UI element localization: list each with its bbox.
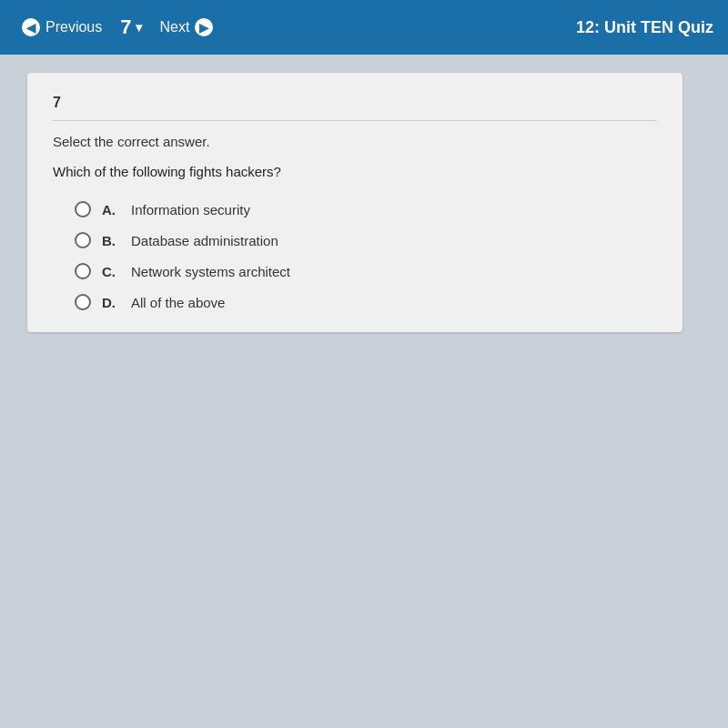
previous-label: Previous [46, 19, 102, 35]
option-b-text: Database administration [131, 233, 278, 248]
previous-button[interactable]: ◀ Previous [15, 13, 109, 42]
quiz-title: 12: Unit TEN Quiz [576, 18, 713, 37]
option-b[interactable]: B. Database administration [75, 232, 657, 248]
next-icon: ▶ [195, 18, 213, 36]
chevron-down-icon: ▾ [136, 20, 142, 35]
option-a[interactable]: A. Information security [75, 201, 657, 217]
option-b-label: B. [102, 233, 120, 248]
question-number-selector[interactable]: 7 ▾ [120, 15, 141, 39]
option-d-label: D. [102, 295, 120, 310]
answer-options: A. Information security B. Database admi… [53, 201, 657, 310]
next-label: Next [160, 19, 190, 35]
next-button[interactable]: Next ▶ [153, 13, 221, 42]
previous-icon: ◀ [22, 18, 40, 36]
question-instruction: Select the correct answer. [53, 134, 657, 149]
current-question-number: 7 [120, 15, 131, 39]
option-a-text: Information security [131, 202, 250, 217]
radio-d[interactable] [75, 294, 91, 310]
option-c-text: Network systems architect [131, 264, 290, 279]
radio-b[interactable] [75, 232, 91, 248]
option-d-text: All of the above [131, 295, 225, 310]
question-card: 7 Select the correct answer. Which of th… [27, 73, 682, 332]
radio-a[interactable] [75, 201, 91, 217]
option-d[interactable]: D. All of the above [75, 294, 657, 310]
radio-c[interactable] [75, 263, 91, 279]
question-text: Which of the following fights hackers? [53, 164, 657, 179]
option-c-label: C. [102, 264, 120, 279]
option-a-label: A. [102, 202, 120, 217]
question-number: 7 [53, 95, 657, 121]
page-content: 7 Select the correct answer. Which of th… [0, 55, 728, 728]
option-c[interactable]: C. Network systems architect [75, 263, 657, 279]
top-nav: ◀ Previous 7 ▾ Next ▶ 12: Unit TEN Quiz [0, 0, 728, 55]
